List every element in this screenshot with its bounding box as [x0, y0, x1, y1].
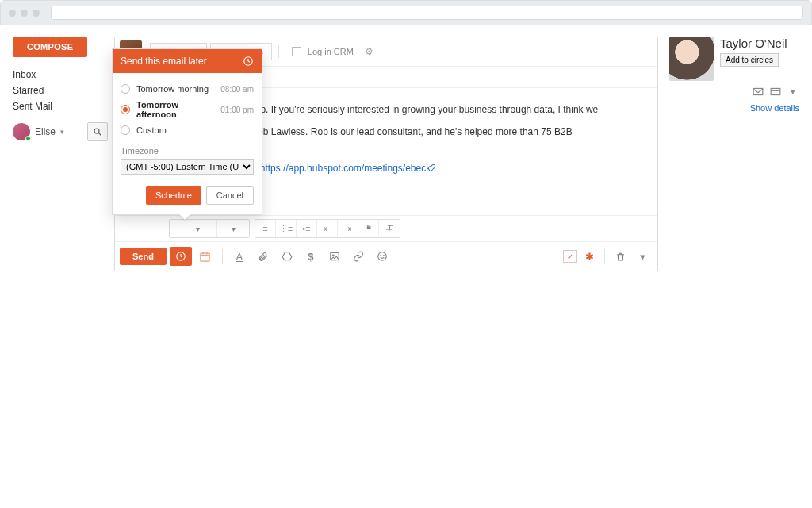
- clock-icon: [175, 251, 186, 262]
- option-label: Tomorrow afternoon: [136, 100, 220, 119]
- svg-point-11: [383, 256, 384, 256]
- compose-button[interactable]: COMPOSE: [13, 37, 87, 57]
- clock-icon: [243, 56, 254, 67]
- url-bar[interactable]: [51, 6, 803, 20]
- format-text-icon[interactable]: A: [229, 247, 250, 266]
- drive-icon[interactable]: [277, 247, 297, 266]
- option-label: Custom: [136, 125, 254, 135]
- quote-icon[interactable]: ❝: [358, 220, 379, 237]
- contact-photo: [669, 37, 714, 81]
- popup-title: Send this email later: [121, 56, 207, 67]
- align-left-icon[interactable]: ≡: [255, 220, 276, 237]
- list-bullet-icon[interactable]: •≡: [297, 220, 317, 237]
- nav-starred[interactable]: Starred: [13, 83, 108, 98]
- window-dot: [9, 10, 16, 17]
- svg-point-10: [381, 256, 381, 256]
- font-group: ▾ ▾: [169, 219, 250, 238]
- schedule-option-afternoon[interactable]: Tomorrow afternoon 01:00 pm: [121, 97, 254, 122]
- show-details-link[interactable]: Show details: [669, 103, 799, 113]
- browser-chrome: [0, 0, 812, 25]
- svg-rect-13: [753, 88, 763, 94]
- search-button[interactable]: [87, 122, 108, 141]
- chevron-down-icon: ▾: [60, 128, 64, 136]
- track-checkbox-icon[interactable]: ✓: [563, 250, 577, 263]
- svg-rect-3: [201, 253, 209, 261]
- svg-point-0: [94, 129, 99, 133]
- more-menu-icon[interactable]: ▾: [632, 247, 653, 266]
- main-area: Templates Documents Log in CRM ⚙ ↩ ▾ Tay…: [114, 37, 658, 271]
- option-label: Tomorrow morning: [136, 84, 220, 94]
- divider: [604, 249, 605, 264]
- radio-selected-icon: [121, 105, 130, 114]
- svg-rect-14: [771, 88, 780, 94]
- gear-icon[interactable]: ⚙: [365, 46, 373, 57]
- sidebar: COMPOSE Inbox Starred Sent Mail Elise ▾: [13, 37, 108, 271]
- hubspot-icon[interactable]: ✱: [579, 247, 599, 266]
- contact-name: Taylor O'Neil: [720, 37, 787, 50]
- send-button[interactable]: Send: [120, 248, 167, 265]
- indent-less-icon[interactable]: ⇤: [317, 220, 338, 237]
- user-switcher[interactable]: Elise ▾: [13, 122, 108, 141]
- popup-header: Send this email later: [113, 49, 262, 73]
- schedule-send-button[interactable]: [170, 247, 192, 266]
- emoji-icon[interactable]: [372, 247, 393, 266]
- log-crm-label: Log in CRM: [308, 47, 354, 56]
- svg-line-1: [99, 133, 102, 136]
- email-icon[interactable]: [752, 86, 764, 97]
- nav-sent[interactable]: Sent Mail: [13, 98, 108, 114]
- contact-profile: Taylor O'Neil Add to circles ▾ Show deta…: [665, 37, 799, 271]
- trash-icon[interactable]: [610, 247, 630, 266]
- status-online-icon: [25, 136, 31, 141]
- money-icon[interactable]: $: [301, 247, 321, 266]
- user-avatar: [13, 123, 30, 140]
- font-size-button[interactable]: ▾: [217, 220, 249, 237]
- timezone-select[interactable]: (GMT -5:00) Eastern Time (US & Canad: [121, 159, 254, 175]
- format-toolbar: ▾ ▾ ≡ ⋮≡ •≡ ⇤ ⇥ ❝ T̶: [115, 215, 657, 241]
- attach-icon[interactable]: [253, 247, 274, 266]
- radio-icon: [121, 84, 130, 94]
- user-name: Elise: [35, 126, 56, 137]
- calendar-icon[interactable]: [195, 247, 216, 266]
- schedule-option-custom[interactable]: Custom: [121, 122, 254, 138]
- list-numbered-icon[interactable]: ⋮≡: [276, 220, 297, 237]
- option-time: 08:00 am: [220, 85, 254, 94]
- option-time: 01:00 pm: [220, 106, 254, 114]
- svg-point-8: [332, 255, 334, 256]
- clear-format-icon[interactable]: T̶: [379, 220, 400, 237]
- log-crm-checkbox[interactable]: [292, 47, 301, 56]
- nav-inbox[interactable]: Inbox: [13, 67, 108, 83]
- more-icon[interactable]: ▾: [787, 86, 799, 97]
- divider: [222, 249, 223, 264]
- svg-point-9: [378, 252, 387, 261]
- link-icon[interactable]: [348, 247, 369, 266]
- schedule-option-morning[interactable]: Tomorrow morning 08:00 am: [121, 81, 254, 97]
- meeting-link[interactable]: https://app.hubspot.com/meetings/ebeck2: [260, 163, 436, 174]
- radio-icon: [121, 125, 130, 135]
- add-to-circles-button[interactable]: Add to circles: [720, 53, 779, 67]
- window-dot: [33, 10, 40, 17]
- search-icon: [93, 127, 102, 137]
- card-icon[interactable]: [769, 86, 782, 97]
- popup-tail: [179, 214, 190, 220]
- schedule-confirm-button[interactable]: Schedule: [146, 186, 201, 205]
- window-dot: [21, 10, 28, 17]
- schedule-popup: Send this email later Tomorrow morning 0…: [112, 48, 262, 215]
- cancel-button[interactable]: Cancel: [206, 186, 254, 205]
- timezone-label: Timezone: [121, 146, 254, 156]
- font-family-button[interactable]: ▾: [170, 220, 217, 237]
- divider: [278, 45, 279, 58]
- send-row: Send A $: [115, 241, 657, 271]
- image-icon[interactable]: [324, 247, 345, 266]
- indent-more-icon[interactable]: ⇥: [338, 220, 358, 237]
